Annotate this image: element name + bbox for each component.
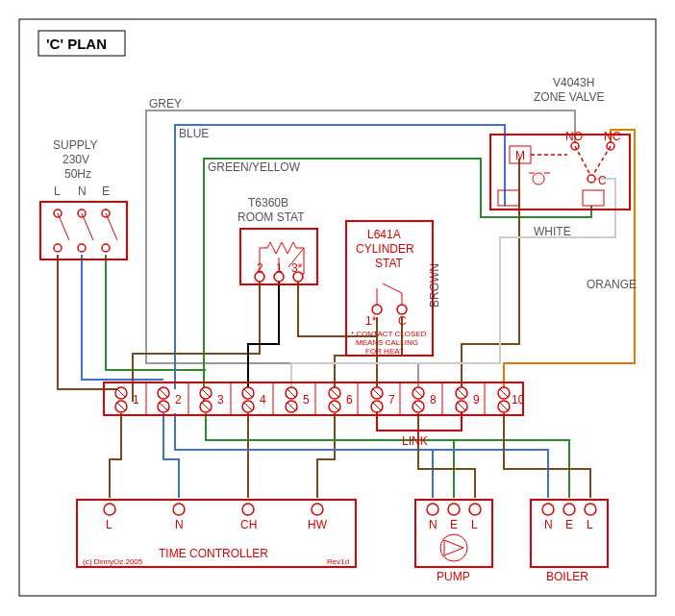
svg-point-82: [448, 504, 460, 515]
wire-brown-tb6-hw: [317, 413, 335, 498]
pump-name: PUMP: [437, 570, 470, 583]
boiler-N: N: [544, 518, 553, 531]
pump-N: N: [429, 518, 438, 531]
cylinder-stat: L641A CYLINDER STAT 1* C * CONTACT CLOSE…: [346, 221, 433, 356]
wire-orange-nc-tb10: [504, 130, 635, 389]
svg-point-3: [54, 244, 62, 252]
tc-L: L: [106, 518, 112, 531]
svg-line-10: [106, 213, 117, 240]
zone-NO: NO: [565, 130, 583, 143]
wire-label-grey: GREY: [149, 97, 182, 111]
tb-9: 9: [473, 393, 480, 407]
tb-4: 4: [260, 393, 266, 407]
tb-5: 5: [303, 393, 310, 407]
tb-7: 7: [388, 393, 395, 407]
tc-HW: HW: [308, 518, 328, 531]
boiler-name: BOILER: [546, 570, 588, 583]
svg-point-17: [397, 305, 407, 314]
tb-6: 6: [346, 393, 353, 407]
title-text: 'C' PLAN: [46, 36, 107, 52]
time-controller: L N CH HW TIME CONTROLLER (c) DinnyOz 20…: [77, 500, 356, 567]
rs-t3: 3*: [291, 261, 303, 275]
tb-1: 1: [133, 393, 139, 407]
zone-C: C: [598, 174, 607, 187]
supply-E: E: [102, 185, 110, 198]
supply-N: N: [78, 185, 87, 198]
zone-M: M: [515, 149, 525, 162]
room-stat-model: T6360B: [248, 196, 288, 209]
rs-t2: 2: [257, 261, 263, 275]
boiler-E: E: [565, 518, 573, 531]
zone-name: ZONE VALVE: [534, 90, 605, 104]
svg-point-81: [427, 504, 438, 515]
svg-point-77: [173, 504, 185, 515]
wire-label-brown: BROWN: [428, 263, 441, 308]
svg-point-86: [542, 504, 554, 515]
supply-L: L: [54, 185, 61, 198]
cyl-t1: 1*: [365, 314, 377, 328]
pump: N E L PUMP: [415, 500, 492, 583]
wire-brown-rs1-tb1: [133, 282, 260, 402]
tb-8: 8: [430, 393, 437, 407]
tb-10: 10: [512, 393, 525, 407]
svg-line-8: [58, 213, 69, 240]
tc-name: TIME CONTROLLER: [159, 547, 268, 560]
svg-point-87: [563, 504, 575, 515]
cyl-tc: C: [398, 314, 407, 328]
supply-label: SUPPLY: [53, 138, 97, 152]
wire-gy-tb3-pumpE: [206, 413, 454, 498]
svg-point-78: [242, 504, 254, 515]
wire-brown-tb1-tcL: [110, 413, 121, 498]
zone-valve: V4043H ZONE VALVE M NO NC C: [490, 76, 630, 209]
cyl-model: L641A: [367, 228, 401, 241]
terminal-row: 1 2 3 4 5 6 7: [115, 387, 525, 412]
zone-NC: NC: [604, 130, 621, 143]
cyl-note2: MEANS CALLING: [356, 338, 418, 347]
wire-label-orange: ORANGE: [587, 278, 637, 291]
rs-t1: 1: [276, 261, 283, 275]
cyl-note3: FOR HEAT: [365, 347, 404, 356]
zone-model: V4043H: [553, 76, 594, 89]
svg-point-76: [104, 504, 115, 515]
link-label: LINK: [402, 434, 428, 448]
svg-rect-24: [583, 190, 604, 206]
tc-N: N: [175, 518, 184, 531]
wire-label-white: WHITE: [534, 225, 571, 238]
svg-point-16: [372, 305, 382, 314]
supply-freq: 50Hz: [64, 167, 91, 181]
wire-brown-tb8-pumpL: [418, 413, 475, 498]
cyl-name2: STAT: [375, 257, 404, 270]
wire-blue-tb2-pumpN: [175, 413, 433, 498]
room-stat-name: ROOM STAT: [238, 210, 305, 224]
credit: (c) DinnyOz 2005: [83, 557, 143, 566]
wire-label-gy: GREEN/YELLOW: [208, 160, 301, 174]
boiler-L: L: [587, 518, 593, 531]
supply-block: SUPPLY 230V 50Hz L N E: [40, 138, 127, 259]
wire-blue-tb2-tcN: [163, 413, 179, 498]
svg-point-88: [585, 504, 596, 515]
cyl-note1: * CONTACT CLOSED: [351, 330, 427, 338]
svg-point-7: [102, 244, 110, 252]
cyl-name: CYLINDER: [356, 242, 414, 256]
pump-E: E: [450, 518, 458, 531]
rev: Rev1d: [327, 557, 349, 566]
svg-point-5: [78, 244, 86, 252]
supply-voltage: 230V: [62, 153, 89, 166]
boiler: N E L BOILER: [531, 500, 608, 583]
svg-line-9: [82, 213, 93, 240]
tb-2: 2: [175, 393, 182, 407]
tb-3: 3: [217, 393, 224, 407]
svg-point-22: [588, 175, 595, 183]
svg-rect-23: [498, 190, 519, 206]
room-stat: T6360B ROOM STAT 2 1 3*: [238, 196, 317, 284]
wire-blue-supply-N: [82, 255, 163, 380]
tc-CH: CH: [240, 518, 257, 531]
pump-L: L: [471, 518, 478, 531]
svg-point-79: [312, 504, 323, 515]
wire-label-blue: BLUE: [179, 127, 209, 140]
title-box: 'C' PLAN: [38, 31, 125, 56]
wire-black-rs2-tb4: [248, 282, 279, 389]
svg-point-83: [469, 504, 481, 515]
wire-blue-boilerN: [433, 450, 548, 498]
